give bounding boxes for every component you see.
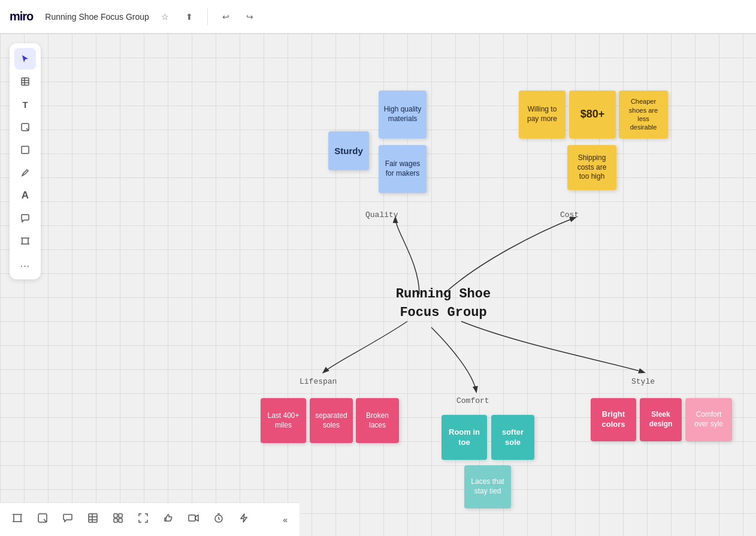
mindmap-center-label: Running Shoe Focus Group [383,285,503,323]
sticky-last400[interactable]: Last 400+ miles [261,398,306,443]
svg-rect-25 [189,515,195,521]
sticky-sleek-design[interactable]: Sleek design [640,398,682,441]
redo-button[interactable]: ↪ [241,10,258,24]
quality-label: Quality [365,210,398,219]
sticky-fair-wages[interactable]: Fair wages for makers [379,145,427,193]
svg-rect-23 [114,519,117,522]
svg-rect-21 [114,514,117,517]
video-bottom-btn[interactable] [186,510,201,529]
share-button[interactable]: ⬆ [181,10,198,24]
star-button[interactable]: ☆ [156,10,174,24]
sticky-shipping[interactable]: Shipping costs are too high [567,145,616,190]
svg-rect-11 [14,514,21,522]
sticky-willing-pay[interactable]: Willing to pay more [519,91,566,138]
lifespan-label: Lifespan [300,377,337,386]
document-title[interactable]: Running Shoe Focus Group [45,12,149,22]
sticky-laces-tied[interactable]: Laces that stay tied [464,465,511,508]
svg-rect-24 [119,519,122,522]
text-large-tool[interactable]: A [14,185,36,206]
comment-tool[interactable] [14,207,36,229]
canvas[interactable]: Running Shoe Focus Group Quality Cost Li… [0,34,756,536]
app-logo: miro [10,10,33,23]
sticky-separated-soles[interactable]: separated soles [310,398,353,443]
svg-rect-22 [119,514,122,517]
sticky-room-toe[interactable]: Room in toe [441,415,487,460]
sticky-softer-sole[interactable]: softer sole [491,415,534,460]
more-tool[interactable]: ... [14,253,36,275]
bolt-bottom-btn[interactable] [236,510,252,529]
sticky-sturdy[interactable]: Sturdy [328,131,369,170]
collapse-bottom-btn[interactable]: « [280,511,290,528]
table-tool[interactable] [14,71,36,92]
timer-bottom-btn[interactable] [211,510,226,529]
left-toolbar: T A ... [10,43,41,279]
text-tool[interactable]: T [14,94,36,115]
sticky-comfort-style[interactable]: Comfort over syle [685,398,732,441]
top-bar: miro Running Shoe Focus Group ☆ ⬆ ↩ ↪ [0,0,756,34]
select-tool[interactable] [14,48,36,70]
comment-bottom-btn[interactable] [60,510,75,529]
frame-bottom-btn[interactable] [10,510,25,529]
bottom-toolbar: « [0,502,300,536]
sticky-tool[interactable] [14,116,36,138]
sticky-high-quality[interactable]: High quality materials [379,91,427,138]
pen-tool[interactable] [14,162,36,183]
frame-tool[interactable] [14,230,36,252]
svg-rect-0 [22,78,29,85]
table-bottom-btn[interactable] [85,510,101,529]
style-label: Style [631,377,655,386]
sticky-broken-laces[interactable]: Broken laces [356,398,399,443]
sticky-cheaper[interactable]: Cheaper shoes are less desirable [619,91,668,138]
divider [207,8,208,25]
template-bottom-btn[interactable] [110,510,126,529]
shapes-tool[interactable] [14,139,36,161]
undo-button[interactable]: ↩ [217,10,234,24]
cost-label: Cost [560,210,579,219]
svg-rect-17 [89,514,97,522]
expand-bottom-btn[interactable] [135,510,151,529]
sticky-bright-colors[interactable]: Bright colors [591,398,636,441]
like-bottom-btn[interactable] [161,510,176,529]
comfort-label: Comfort [456,396,489,405]
sticky-bottom-btn[interactable] [35,510,50,529]
sticky-eighty-plus[interactable]: $80+ [569,91,616,138]
svg-rect-6 [22,238,28,244]
svg-rect-5 [22,146,29,153]
